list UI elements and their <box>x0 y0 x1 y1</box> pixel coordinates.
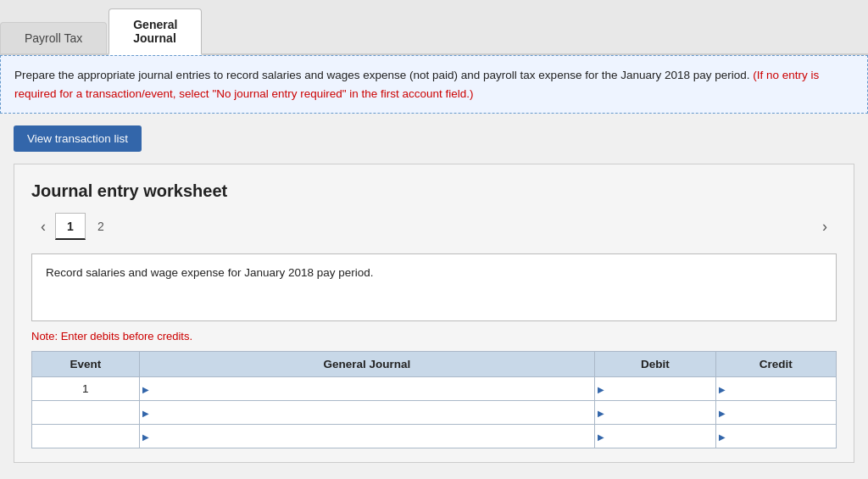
credit-input-cell-1[interactable] <box>715 377 836 401</box>
event-cell-1: 1 <box>32 377 140 401</box>
credit-input-cell-3[interactable] <box>715 425 836 448</box>
description-box: Record salaries and wage expense for Jan… <box>31 253 837 321</box>
credit-input-1[interactable] <box>716 377 836 400</box>
journal-table: Event General Journal Debit Credit 1 <box>31 351 837 448</box>
worksheet-title: Journal entry worksheet <box>31 181 837 201</box>
col-credit: Credit <box>715 352 836 377</box>
page-2[interactable]: 2 <box>86 213 116 240</box>
table-header-row: Event General Journal Debit Credit <box>32 352 837 377</box>
tab-general-journal[interactable]: GeneralJournal <box>108 8 202 55</box>
journal-input-2[interactable] <box>140 401 595 424</box>
table-row <box>32 401 837 425</box>
col-debit: Debit <box>595 352 715 377</box>
debit-input-3[interactable] <box>595 425 715 448</box>
debit-input-cell-2[interactable] <box>595 401 715 425</box>
journal-input-cell-2[interactable] <box>139 401 595 425</box>
debit-input-cell-3[interactable] <box>595 425 715 448</box>
debit-input-cell-1[interactable] <box>595 377 715 401</box>
credit-input-cell-2[interactable] <box>715 401 836 425</box>
event-cell-2 <box>32 401 140 425</box>
table-row: 1 <box>32 377 837 401</box>
view-transaction-button[interactable]: View transaction list <box>14 125 142 152</box>
pagination: ‹ 1 2 › <box>31 213 837 240</box>
journal-input-1[interactable] <box>140 377 595 400</box>
debit-input-1[interactable] <box>595 377 715 400</box>
table-row <box>32 425 837 448</box>
credit-input-3[interactable] <box>716 425 836 448</box>
instruction-box: Prepare the appropriate journal entries … <box>0 55 868 114</box>
debit-input-2[interactable] <box>595 401 715 424</box>
col-general-journal: General Journal <box>139 352 595 377</box>
prev-page-button[interactable]: ‹ <box>31 213 55 240</box>
worksheet-container: Journal entry worksheet ‹ 1 2 › Record s… <box>14 164 854 463</box>
page-1[interactable]: 1 <box>55 213 86 240</box>
tab-payroll-tax[interactable]: Payroll Tax <box>0 22 107 53</box>
tabs-bar: Payroll Tax GeneralJournal <box>0 0 868 55</box>
event-cell-3 <box>32 425 140 448</box>
journal-input-cell-1[interactable] <box>139 377 595 401</box>
note-text: Note: Enter debits before credits. <box>31 330 837 343</box>
col-event: Event <box>32 352 140 377</box>
credit-input-2[interactable] <box>716 401 836 424</box>
next-page-button[interactable]: › <box>813 213 837 240</box>
journal-input-3[interactable] <box>140 425 595 448</box>
journal-input-cell-3[interactable] <box>139 425 595 448</box>
instruction-main: Prepare the appropriate journal entries … <box>14 69 750 81</box>
